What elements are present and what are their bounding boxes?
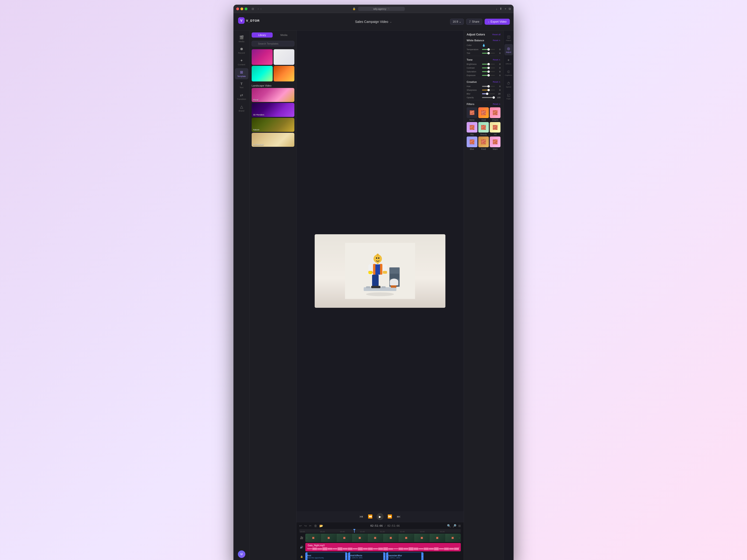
sharpness-slider[interactable] <box>482 89 495 90</box>
tone-reset-btn[interactable]: Reset ∧ <box>493 59 500 61</box>
folder-icon[interactable]: 📂 <box>319 524 323 528</box>
download-icon[interactable]: ↓ <box>496 7 497 10</box>
filter-food[interactable]: 🧱 Food <box>478 136 489 150</box>
template-arch[interactable]: Architected <box>252 133 294 147</box>
temperature-slider[interactable] <box>482 49 495 50</box>
blur-slider[interactable] <box>482 93 495 94</box>
brightness-slider[interactable] <box>482 64 495 64</box>
plus-icon[interactable]: + <box>505 7 506 10</box>
search-input[interactable] <box>252 41 294 47</box>
blur-clip-handle-left[interactable]: ‹ <box>386 553 388 560</box>
filter-beauty[interactable]: 🧱 Beauty <box>478 122 489 136</box>
rt-captions-btn[interactable]: © Captions <box>505 68 513 79</box>
thumb-2[interactable] <box>274 49 294 65</box>
share-icon[interactable]: ⬆ <box>499 7 502 10</box>
maximize-button[interactable] <box>244 7 248 10</box>
forward-icon[interactable]: › <box>260 7 261 10</box>
share-button[interactable]: ⤴ Share <box>466 19 482 25</box>
playhead[interactable] <box>354 529 355 533</box>
rt-effects-btn[interactable]: ✦ Effects <box>505 56 513 67</box>
video-track[interactable]: ‹ 🧱 🧱 🧱 🧱 🧱 🧱 🧱 <box>305 534 461 542</box>
export-button[interactable]: ↓ Export Video <box>485 19 510 25</box>
sidebar-item-template[interactable]: ⊞ Template <box>235 68 248 79</box>
filter-blue-label: Blue <box>470 148 474 150</box>
fit-icon[interactable]: ⊞ <box>458 524 461 528</box>
reset-all-button[interactable]: Reset all <box>492 33 500 36</box>
template-floral[interactable]: Floral <box>252 88 294 102</box>
template-3d[interactable]: 3D Renders <box>252 103 294 117</box>
opacity-slider[interactable] <box>482 97 495 98</box>
rt-speed-btn[interactable]: ⏱ Speed <box>505 79 513 90</box>
text-clip[interactable]: ‹ Text Take the opportunity › <box>305 552 347 560</box>
prev-frame-button[interactable]: ⏪ <box>367 514 373 519</box>
sidebar-item-content[interactable]: ✦ Content <box>235 56 248 68</box>
rt-adjust-btn[interactable]: ◎ Adjust <box>505 44 513 55</box>
cut-icon[interactable]: ✂ <box>309 524 312 528</box>
play-button[interactable]: ▶ <box>377 513 384 520</box>
hue-slider[interactable] <box>482 86 495 87</box>
windows-icon[interactable]: ⧉ <box>509 7 511 11</box>
filter-sky[interactable]: 🧱 Sky <box>467 122 478 136</box>
saturation-slider[interactable] <box>482 71 495 72</box>
sidebar-toggle-icon[interactable]: ⊟ <box>252 7 255 10</box>
vivid-clip[interactable]: ‹ Vivid Effects H: 20% R: 05% › <box>348 552 385 560</box>
logo-text: V_DTOR <box>246 19 260 22</box>
audio-track[interactable]: Gaia_Night.mp3 <box>305 543 461 551</box>
close-button[interactable] <box>236 7 239 10</box>
filter-none[interactable]: 🧱 None <box>467 107 478 121</box>
tab-library[interactable]: Library <box>252 32 273 37</box>
sidebar-item-text[interactable]: T Text <box>235 80 248 90</box>
user-avatar[interactable]: U <box>238 551 246 558</box>
delete-icon[interactable]: 🗑 <box>314 524 317 528</box>
vivid-clip-handle-right[interactable]: › <box>383 553 385 560</box>
white-balance-reset-btn[interactable]: Reset ∧ <box>493 39 500 42</box>
redo-icon[interactable]: ↪ <box>304 524 307 528</box>
next-frame-button[interactable]: ⏩ <box>387 514 393 519</box>
fast-forward-button[interactable]: ⏭ <box>396 514 401 519</box>
svg-rect-24 <box>383 264 387 272</box>
filter-warn[interactable]: 🧱 Warn <box>490 136 500 150</box>
zoom-in-icon[interactable]: 🔎 <box>453 524 456 528</box>
blur-clip-handle-right[interactable]: › <box>421 553 423 560</box>
filter-vivid[interactable]: 🧱 Vivid <box>478 107 489 121</box>
sidebar-item-media[interactable]: 🎬 Media <box>235 33 248 45</box>
aspect-ratio-button[interactable]: 16:9 ⌄ <box>450 19 464 25</box>
filter-charm[interactable]: 🧱 Charm <box>490 107 500 121</box>
rt-fade-btn[interactable]: ◱ Fade <box>505 91 513 102</box>
text-clip-handle-right[interactable]: › <box>345 553 347 560</box>
exposure-slider[interactable] <box>482 75 495 76</box>
tint-slider[interactable] <box>482 53 495 54</box>
thumb-1[interactable] <box>252 49 273 65</box>
effects-track-content: ‹ Text Take the opportunity › <box>305 552 461 560</box>
rt-fade-label: Fade <box>506 98 511 100</box>
undo-icon[interactable]: ↩ <box>299 524 302 528</box>
url-bar[interactable]: wily.agency ↻ <box>358 7 405 11</box>
sidebar-item-record[interactable]: ⏺ Record <box>235 45 248 56</box>
title-chevron-icon[interactable]: ⌄ <box>390 20 392 23</box>
template-nature[interactable]: Nature <box>252 118 294 132</box>
filter-art[interactable]: 🧱 Art <box>490 122 500 136</box>
filter-food-img: 🧱 <box>478 136 489 147</box>
floral-label: Floral <box>253 99 258 101</box>
tab-media[interactable]: Media <box>274 32 294 37</box>
thumb-3[interactable] <box>252 66 273 81</box>
refresh-icon[interactable]: ↻ <box>388 7 390 10</box>
sidebar-item-brand[interactable]: △ Brand <box>235 103 248 114</box>
app-logo: V V_DTOR <box>237 16 328 26</box>
vivid-clip-handle-left[interactable]: ‹ <box>348 553 350 560</box>
rt-filters-btn[interactable]: ◫ Filters <box>505 32 513 44</box>
dropper-icon[interactable]: 💧 <box>482 44 486 47</box>
filter-blue[interactable]: 🧱 Blue <box>467 136 478 150</box>
filters-reset-btn[interactable]: Reset ∧ <box>493 103 500 105</box>
rewind-button[interactable]: ⏮ <box>359 514 364 519</box>
back-icon[interactable]: ‹ <box>258 7 259 10</box>
zoom-out-icon[interactable]: 🔍 <box>447 524 451 528</box>
sidebar-item-transition[interactable]: ⇄ Transition <box>235 91 248 102</box>
minimize-button[interactable] <box>240 7 243 10</box>
text-clip-handle-left[interactable]: ‹ <box>306 553 307 560</box>
filters-title: Filters <box>467 103 474 105</box>
contrast-slider[interactable] <box>482 68 495 69</box>
thumb-4[interactable] <box>274 66 294 81</box>
creative-reset-btn[interactable]: Reset ∧ <box>493 81 500 83</box>
blur-clip[interactable]: ‹ Gaussian Blur B: 10% L: 05% › <box>386 552 423 560</box>
